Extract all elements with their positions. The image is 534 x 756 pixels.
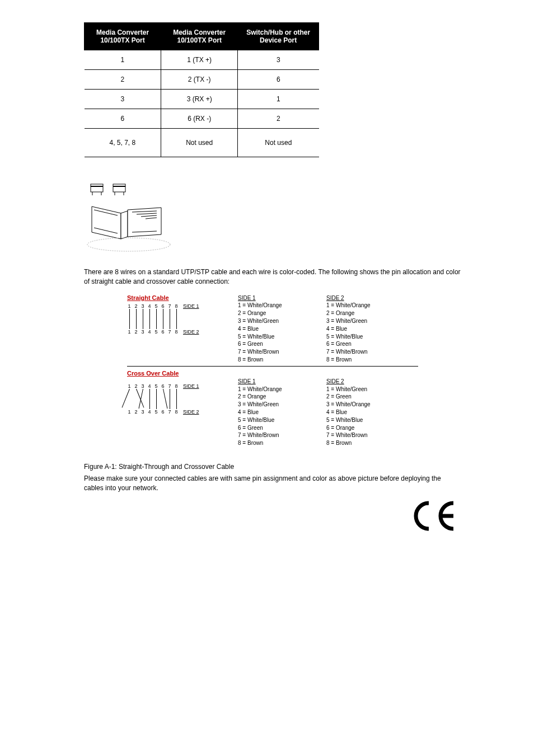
table-row: 2 2 (TX -) 6: [85, 70, 319, 90]
body-paragraph: There are 8 wires on a standard UTP/STP …: [84, 267, 461, 287]
wire-map-line: 5 = White/Blue: [238, 333, 311, 341]
pin-label: 4: [147, 409, 152, 415]
pin-label: 8: [174, 329, 179, 335]
pin-label: 6: [161, 303, 165, 309]
pin-label: 4: [147, 329, 152, 335]
table-cell: 2: [85, 70, 161, 90]
table-header: Switch/Hub or other Device Port: [238, 23, 319, 50]
wire-map-line: 6 = Green: [326, 340, 399, 348]
figure-caption: Figure A-1: Straight-Through and Crossov…: [84, 463, 461, 471]
table-cell: Not used: [161, 129, 238, 157]
wire-map-line: 4 = Blue: [238, 325, 311, 333]
wire-map-line: 5 = White/Blue: [326, 416, 399, 424]
wire-map-line: 7 = White/Brown: [238, 348, 311, 356]
table-cell: 2 (TX -): [161, 70, 238, 90]
wire-map-line: 3 = White/Green: [326, 317, 399, 325]
svg-rect-1: [91, 186, 103, 187]
pin-label: 4: [147, 383, 152, 389]
crossover-cable-title: Cross Over Cable: [127, 370, 418, 377]
table-cell: 2: [238, 109, 319, 129]
table-row: 6 6 (RX -) 2: [85, 109, 319, 129]
wire-map-line: 1 = White/Orange: [326, 302, 399, 309]
side-tag: SIDE 1: [183, 383, 199, 389]
table-cell: 1: [85, 50, 161, 70]
pin-label: 7: [167, 329, 172, 335]
pin-label: 6: [161, 409, 165, 415]
svg-rect-16: [441, 514, 453, 518]
wire-map-line: 5 = White/Blue: [326, 333, 399, 341]
wire-map-line: 2 = Orange: [238, 393, 311, 401]
wire-map-line: 4 = Blue: [326, 325, 399, 333]
wire-map-line: 1 = White/Orange: [238, 302, 311, 309]
pin-label: 1: [127, 383, 132, 389]
table-row: 4, 5, 7, 8 Not used Not used: [85, 129, 319, 157]
ce-mark-icon: [84, 500, 461, 539]
body-paragraph: Please make sure your connected cables a…: [84, 474, 461, 493]
wire-map-line: 8 = Brown: [238, 439, 311, 447]
table-cell: Not used: [238, 129, 319, 157]
wire-map-line: 1 = White/Orange: [238, 386, 311, 393]
wire-map-line: 7 = White/Brown: [238, 431, 311, 439]
table-cell: 1 (TX +): [161, 50, 238, 70]
wire-map-line: 2 = Orange: [326, 309, 399, 317]
pin-label: 6: [161, 329, 165, 335]
side-label: SIDE 1: [238, 294, 311, 302]
pin-label: 3: [140, 329, 145, 335]
svg-rect-0: [91, 184, 103, 192]
table-cell: 4, 5, 7, 8: [85, 129, 161, 157]
side-label: SIDE 1: [238, 378, 311, 386]
pin-label: 7: [167, 409, 172, 415]
straight-cable-title: Straight Cable: [127, 294, 222, 301]
table-header: Media Converter 10/100TX Port: [161, 23, 238, 50]
wire-map-line: 7 = White/Brown: [326, 348, 399, 356]
pin-label: 1: [127, 303, 132, 309]
side-tag: SIDE 1: [183, 303, 199, 309]
pin-label: 2: [134, 303, 138, 309]
wiring-figure: Straight Cable 1 2 3 4 5 6 7 8 SIDE 1: [127, 294, 418, 447]
table-cell: 3 (RX +): [161, 90, 238, 109]
pin-label: 3: [140, 409, 145, 415]
pin-label: 3: [140, 383, 145, 389]
wire-map-line: 5 = White/Blue: [238, 416, 311, 424]
pin-label: 1: [127, 329, 132, 335]
svg-point-15: [87, 238, 170, 251]
pin-label: 4: [147, 303, 152, 309]
table-cell: 3: [85, 90, 161, 109]
wire-map-line: 3 = White/Orange: [326, 401, 399, 408]
wire-map-line: 8 = Brown: [238, 356, 311, 364]
pin-assignment-table: Media Converter 10/100TX Port Media Conv…: [84, 22, 319, 157]
table-row: 1 1 (TX +) 3: [85, 50, 319, 70]
side-label: SIDE 2: [326, 378, 399, 386]
wire-map-line: 3 = White/Green: [238, 317, 311, 325]
pin-label: 8: [174, 409, 179, 415]
pin-label: 6: [161, 383, 165, 389]
table-cell: 6 (RX -): [161, 109, 238, 129]
side-label: SIDE 2: [326, 294, 399, 302]
wire-map-line: 6 = Green: [238, 340, 311, 348]
pin-label: 5: [154, 329, 158, 335]
pin-label: 2: [134, 383, 138, 389]
wire-map-line: 4 = Blue: [238, 408, 311, 416]
pin-label: 8: [174, 383, 179, 389]
pin-label: 5: [154, 409, 158, 415]
table-row: 3 3 (RX +) 1: [85, 90, 319, 109]
pin-label: 1: [127, 409, 132, 415]
wire-map-line: 2 = Green: [326, 393, 399, 401]
wire-map-line: 4 = Blue: [326, 408, 399, 416]
pin-label: 7: [167, 303, 172, 309]
pin-label: 2: [134, 409, 138, 415]
pin-label: 2: [134, 329, 138, 335]
pin-label: 5: [154, 383, 158, 389]
side-tag: SIDE 2: [183, 329, 199, 335]
pin-label: 8: [174, 303, 179, 309]
pin-label: 5: [154, 303, 158, 309]
rj45-icon: [84, 180, 174, 252]
rj45-connectors-illustration: [84, 180, 461, 254]
wire-map-line: 8 = Brown: [326, 356, 399, 364]
table-cell: 6: [238, 70, 319, 90]
wire-map-line: 3 = White/Green: [238, 401, 311, 408]
side-tag: SIDE 2: [183, 409, 199, 415]
wire-map-line: 2 = Orange: [238, 309, 311, 317]
table-cell: 3: [238, 50, 319, 70]
table-header: Media Converter 10/100TX Port: [85, 23, 161, 50]
